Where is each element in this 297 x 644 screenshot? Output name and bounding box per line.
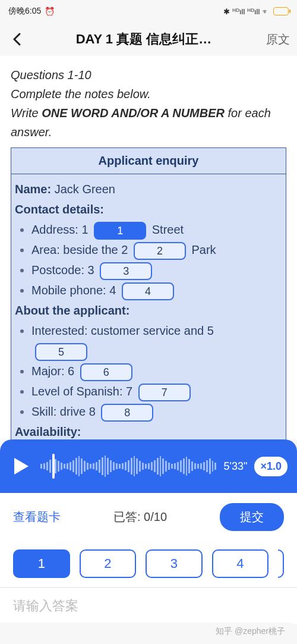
content-area: Questions 1-10 Complete the notes below.…: [0, 56, 297, 439]
battery-icon: [273, 7, 289, 15]
blank-2[interactable]: 2: [134, 242, 186, 260]
audio-duration: 5'33": [224, 460, 248, 473]
question-nav-2[interactable]: 2: [80, 549, 137, 578]
name-value: Jack Green: [55, 183, 115, 196]
answer-area: [0, 588, 297, 624]
applicant-enquiry-form: Applicant enquiry Name: Jack Green Conta…: [11, 147, 286, 439]
answer-progress: 已答: 0/10: [113, 509, 167, 525]
blank-1[interactable]: 1: [94, 222, 146, 240]
question-nav-4[interactable]: 4: [212, 549, 269, 578]
alarm-icon: ⏰: [45, 7, 55, 16]
watermark: 知乎 @zepher桃子: [0, 623, 291, 640]
blank-4[interactable]: 4: [122, 282, 174, 300]
blank-6[interactable]: 6: [80, 363, 132, 381]
view-question-card-button[interactable]: 查看题卡: [13, 509, 61, 525]
instructions-line3: Write ONE WORD AND/OR A NUMBER for each …: [11, 103, 286, 142]
status-time: 傍晚6:05: [8, 6, 41, 17]
page-title: DAY 1 真题 信息纠正…: [26, 30, 261, 48]
form-title: Applicant enquiry: [11, 148, 286, 174]
question-nav-next-peek[interactable]: [278, 549, 284, 578]
nav-bar: DAY 1 真题 信息纠正… 原文: [0, 23, 297, 56]
question-nav-3[interactable]: 3: [146, 549, 203, 578]
instructions: Questions 1-10 Complete the notes below.…: [11, 65, 286, 142]
question-nav: 1 2 3 4: [0, 541, 297, 588]
action-row: 查看题卡 已答: 0/10 提交: [0, 493, 297, 541]
blank-7[interactable]: 7: [138, 384, 191, 401]
status-bar: 傍晚6:05 ⏰ ✱ ᴴᴰıll ᴴᴰıll ᯤ: [0, 0, 297, 23]
instructions-line1: Questions 1-10: [11, 65, 286, 84]
blank-3[interactable]: 3: [100, 262, 152, 280]
blank-8[interactable]: 8: [101, 404, 153, 422]
name-label: Name:: [15, 183, 51, 196]
submit-button[interactable]: 提交: [220, 503, 284, 531]
play-icon: [14, 458, 29, 475]
instructions-line2: Complete the notes below.: [11, 84, 286, 103]
about-applicant-label: About the applicant:: [15, 304, 129, 317]
playback-speed-button[interactable]: ×1.0: [254, 457, 287, 476]
answer-input[interactable]: [13, 598, 284, 614]
original-text-button[interactable]: 原文: [261, 32, 290, 48]
question-nav-1[interactable]: 1: [13, 549, 70, 578]
contact-details-label: Contact details:: [15, 203, 104, 216]
availability-label: Availability:: [15, 425, 81, 438]
status-icons: ✱ ᴴᴰıll ᴴᴰıll ᯤ: [223, 7, 270, 16]
audio-waveform[interactable]: [40, 451, 217, 481]
blank-5[interactable]: 5: [35, 343, 87, 361]
back-button[interactable]: [7, 30, 26, 49]
audio-player: 5'33" ×1.0: [0, 439, 297, 493]
play-button[interactable]: [10, 454, 33, 478]
